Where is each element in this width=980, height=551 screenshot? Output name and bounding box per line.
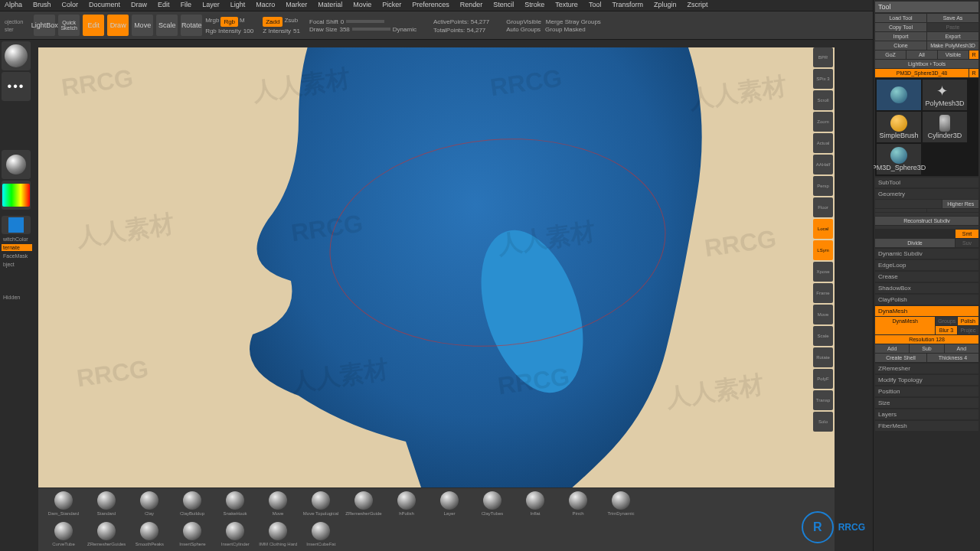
- blur-value[interactable]: Blur 3: [936, 326, 956, 334]
- all-button[interactable]: All: [906, 51, 937, 59]
- menu-render[interactable]: Render: [460, 1, 483, 10]
- suv-button[interactable]: Suv: [956, 239, 978, 247]
- edit-button[interactable]: Edit: [83, 15, 104, 36]
- viewport-canvas[interactable]: [38, 47, 835, 487]
- brush-claybuildup[interactable]: ClayBuildup: [173, 491, 211, 516]
- crease-header[interactable]: Crease: [875, 272, 978, 282]
- switchcolor-label[interactable]: witchColor: [2, 236, 32, 243]
- visible-button[interactable]: Visible: [938, 51, 969, 59]
- brush-smoothpeaks[interactable]: SmoothPeaks: [130, 522, 168, 546]
- reconstruct-button[interactable]: Reconstruct Subdiv: [875, 217, 978, 225]
- rotate-button[interactable]: Rotate: [181, 15, 202, 36]
- rtool-bpr[interactable]: BPR: [813, 47, 833, 67]
- resolution-value[interactable]: Resolution 128: [875, 335, 978, 344]
- freeze-sub[interactable]: [875, 213, 978, 216]
- brush-inflat[interactable]: Inflat: [516, 491, 554, 516]
- object-label[interactable]: bject: [2, 261, 32, 268]
- brush-pinch[interactable]: Pinch: [559, 491, 597, 516]
- tool-thumb-active[interactable]: [877, 80, 921, 110]
- zsub-button[interactable]: Zsub: [284, 17, 298, 27]
- groups-button[interactable]: Groups: [936, 317, 956, 325]
- rtool-move[interactable]: Move: [813, 305, 833, 324]
- copy-tool-button[interactable]: Copy Tool: [875, 23, 926, 31]
- brush-slot[interactable]: [2, 41, 31, 70]
- brush-standard[interactable]: Standard: [87, 491, 126, 516]
- brush-layer[interactable]: Layer: [430, 491, 469, 516]
- brush-hpolish[interactable]: hPolish: [387, 491, 426, 516]
- rtool-spix 3[interactable]: SPix 3: [813, 69, 833, 89]
- position-header[interactable]: Position: [875, 386, 978, 396]
- rtool-lsym[interactable]: LSym: [813, 240, 833, 260]
- rtool-actual[interactable]: Actual: [813, 133, 833, 153]
- goz-button[interactable]: GoZ: [875, 51, 906, 59]
- draw-button[interactable]: Draw: [107, 15, 129, 36]
- shadowbox-header[interactable]: ShadowBox: [875, 283, 978, 293]
- thickness-value[interactable]: Thickness 4: [927, 354, 978, 362]
- save-as-button[interactable]: Save As: [927, 14, 978, 22]
- menu-stroke[interactable]: Stroke: [524, 1, 544, 10]
- rtool-scale[interactable]: Scale: [813, 326, 833, 346]
- dynamesh-header[interactable]: DynaMesh: [875, 306, 978, 316]
- add-button[interactable]: Add: [875, 344, 909, 353]
- import-button[interactable]: Import: [875, 32, 926, 41]
- lightbox-button[interactable]: LightBox: [34, 15, 55, 36]
- brush-curvetube[interactable]: CurveTube: [44, 522, 83, 546]
- menu-transform[interactable]: Transform: [612, 1, 643, 10]
- mrgb-button[interactable]: Mrgb: [205, 17, 219, 27]
- tool-thumb-sphere[interactable]: PM3D_Sphere3D: [877, 144, 921, 174]
- rtool-persp[interactable]: Persp: [813, 176, 833, 196]
- brush-insertcubefat[interactable]: InsertCubeFat: [302, 522, 340, 546]
- del-higher[interactable]: [927, 209, 978, 212]
- rtool-floor[interactable]: Floor: [813, 197, 833, 217]
- dynamic-subdiv-header[interactable]: Dynamic Subdiv: [875, 249, 978, 259]
- r-button[interactable]: R: [969, 51, 978, 59]
- size-header[interactable]: Size: [875, 398, 978, 408]
- menu-draw[interactable]: Draw: [131, 1, 147, 10]
- rgb-button[interactable]: Rgb: [220, 17, 238, 27]
- focal-shift-value[interactable]: 0: [341, 18, 344, 25]
- menu-preferences[interactable]: Preferences: [412, 1, 449, 10]
- brush-claytubes[interactable]: ClayTubes: [473, 491, 511, 516]
- lightbox-tools-button[interactable]: Lightbox › Tools: [875, 60, 978, 68]
- subtool-header[interactable]: SubTool: [875, 178, 978, 187]
- menu-edit[interactable]: Edit: [158, 1, 170, 10]
- export-button[interactable]: Export: [927, 32, 978, 41]
- r-suffix[interactable]: R: [969, 69, 978, 77]
- menu-light[interactable]: Light: [230, 1, 246, 10]
- layers-header[interactable]: Layers: [875, 409, 978, 419]
- menu-tool[interactable]: Tool: [589, 1, 602, 10]
- draw-size-value[interactable]: 358: [339, 26, 349, 33]
- edgeloop-header[interactable]: EdgeLoop: [875, 260, 978, 270]
- zremesher-header[interactable]: ZRemesher: [875, 364, 978, 373]
- project-button[interactable]: Projec: [958, 326, 978, 334]
- move-button[interactable]: Move: [132, 15, 153, 36]
- dynamic-toggle[interactable]: Dynamic: [393, 26, 416, 33]
- convert-bpr[interactable]: [875, 226, 978, 229]
- material-slot[interactable]: [2, 150, 31, 179]
- menu-movie[interactable]: Movie: [353, 1, 371, 10]
- menu-picker[interactable]: Picker: [382, 1, 401, 10]
- dynamesh-button[interactable]: DynaMesh: [875, 317, 935, 334]
- brush-trimdynamic[interactable]: TrimDynamic: [602, 491, 640, 516]
- sub-button[interactable]: Sub: [910, 344, 943, 353]
- rtool-solo[interactable]: Solo: [813, 412, 833, 432]
- divide-button[interactable]: Divide: [875, 239, 955, 247]
- m-button[interactable]: M: [240, 17, 245, 27]
- merge-stray-button[interactable]: Merge Stray Groups: [546, 18, 601, 25]
- alternate-label[interactable]: ternate: [2, 244, 32, 251]
- tool-thumb-simplebrush[interactable]: SimpleBrush: [877, 112, 921, 142]
- lower-res-button[interactable]: [875, 200, 942, 208]
- rtool-aahalf[interactable]: AAHalf: [813, 155, 833, 174]
- color-picker[interactable]: [2, 181, 31, 210]
- scale-button[interactable]: Scale: [156, 15, 178, 36]
- geometry-header[interactable]: Geometry: [875, 189, 978, 199]
- brush-dam_standard[interactable]: Dam_Standard: [44, 491, 83, 516]
- focal-slider[interactable]: [346, 20, 384, 23]
- brush-insertcylinder[interactable]: InsertCylinder: [216, 522, 254, 546]
- polish-button[interactable]: Polish: [958, 317, 978, 325]
- menu-zscript[interactable]: Zscript: [688, 1, 708, 10]
- rtool-polyf[interactable]: PolyF: [813, 369, 833, 389]
- menu-file[interactable]: File: [181, 1, 192, 10]
- brush-insertsphere[interactable]: InsertSphere: [173, 522, 211, 546]
- menu-stencil[interactable]: Stencil: [493, 1, 514, 10]
